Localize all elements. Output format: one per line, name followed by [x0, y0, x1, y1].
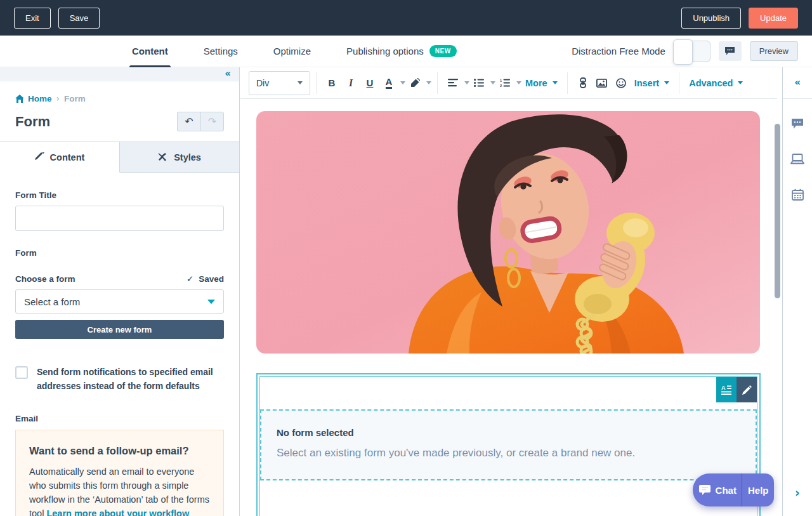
- bullet-list-icon: [474, 79, 484, 87]
- chat-button[interactable]: Chat: [693, 473, 742, 506]
- comments-button[interactable]: [719, 41, 742, 61]
- sidebar-title-row: Form ↶ ↷: [15, 112, 224, 142]
- laptop-icon: [790, 154, 804, 164]
- block-format-value: Div: [256, 78, 269, 88]
- bullet-list-caret[interactable]: [490, 81, 495, 84]
- link-button[interactable]: [575, 74, 591, 93]
- create-new-form-button[interactable]: Create new form: [15, 320, 224, 339]
- form-title-input[interactable]: [15, 206, 224, 231]
- redo-button[interactable]: ↷: [200, 112, 224, 131]
- form-select-dropdown[interactable]: Select a form: [15, 289, 224, 314]
- breadcrumb-home-label: Home: [28, 94, 52, 103]
- breadcrumb-separator: ›: [56, 93, 60, 103]
- rail-comments-button[interactable]: [791, 118, 804, 129]
- comment-icon: [724, 46, 735, 56]
- choose-form-label: Choose a form: [15, 274, 75, 284]
- block-format-select[interactable]: Div: [249, 71, 310, 95]
- exit-button[interactable]: Exit: [14, 8, 51, 29]
- toolbar-divider: [679, 72, 679, 94]
- saved-status-label: Saved: [199, 274, 224, 284]
- more-menu-button[interactable]: More: [525, 78, 558, 88]
- tab-optimize[interactable]: Optimize: [256, 36, 329, 67]
- hero-image[interactable]: [256, 111, 760, 354]
- image-button[interactable]: [594, 74, 610, 93]
- align-left-icon: [448, 79, 458, 87]
- page-editor-canvas: A No form selected Select an existing fo…: [240, 99, 782, 516]
- tab-publishing-options-label: Publishing options: [346, 46, 424, 56]
- rail-calendar-button[interactable]: [792, 189, 804, 201]
- empty-state-body: Select an existing form you've made prev…: [277, 447, 740, 460]
- rich-text-toolbar: Div B I U A 12 More Insert Advanced: [240, 67, 777, 99]
- sidebar-tabs: Content Styles: [0, 142, 239, 173]
- comment-icon: [791, 118, 804, 129]
- underline-button[interactable]: U: [362, 74, 377, 93]
- choose-form-row: Choose a form ✓ Saved: [15, 274, 224, 284]
- form-module-selected[interactable]: A No form selected Select an existing fo…: [256, 373, 761, 516]
- help-button[interactable]: Help: [742, 473, 774, 506]
- font-color-button[interactable]: A: [381, 74, 396, 93]
- email-section-label: Email: [15, 414, 224, 423]
- notifications-option-row: Send form notifications to specified ema…: [15, 366, 224, 393]
- numbered-list-button[interactable]: 12: [497, 74, 513, 93]
- module-settings-sidebar: « Home › Form Form ↶ ↷ Content Styles: [0, 67, 240, 516]
- align-button[interactable]: [445, 74, 461, 93]
- highlight-button[interactable]: [407, 74, 422, 93]
- breadcrumb-home-link[interactable]: Home: [15, 94, 52, 103]
- toggle-knob: [673, 39, 693, 65]
- rail-pages-button[interactable]: [790, 154, 804, 164]
- emoji-icon: [616, 78, 626, 88]
- save-button[interactable]: Save: [58, 8, 100, 29]
- undo-redo-group: ↶ ↷: [177, 112, 224, 131]
- tab-publishing-options[interactable]: Publishing options NEW: [329, 36, 475, 67]
- notifications-checkbox[interactable]: [15, 366, 28, 379]
- redo-icon: ↷: [208, 116, 216, 128]
- update-button[interactable]: Update: [749, 8, 798, 29]
- insert-menu-button[interactable]: Insert: [634, 78, 670, 88]
- advanced-menu-button[interactable]: Advanced: [689, 78, 743, 88]
- undo-icon: ↶: [185, 116, 193, 128]
- sidebar-tab-content[interactable]: Content: [0, 142, 120, 173]
- sidebar-top-strip: «: [0, 67, 239, 81]
- font-color-caret[interactable]: [400, 81, 405, 84]
- svg-text:2: 2: [500, 84, 502, 87]
- bullet-list-button[interactable]: [471, 74, 487, 93]
- home-icon: [15, 95, 24, 103]
- unpublish-button[interactable]: Unpublish: [681, 8, 741, 29]
- highlighter-icon: [410, 78, 420, 88]
- tab-settings[interactable]: Settings: [186, 36, 256, 67]
- bold-button[interactable]: B: [324, 74, 339, 93]
- tab-content[interactable]: Content: [114, 36, 186, 67]
- module-edit-button[interactable]: [737, 377, 757, 402]
- woman-on-phone-photo: [256, 111, 760, 354]
- notifications-checkbox-label[interactable]: Send form notifications to specified ema…: [37, 366, 224, 393]
- breadcrumb-current: Form: [64, 94, 86, 103]
- saved-status: ✓ Saved: [187, 274, 224, 284]
- rail-expand-icon[interactable]: ›: [783, 486, 812, 499]
- rail-collapse-icon[interactable]: «: [794, 78, 801, 88]
- advanced-label: Advanced: [689, 78, 733, 88]
- rail-header: «: [783, 67, 812, 99]
- emoji-button[interactable]: [613, 74, 629, 93]
- breadcrumb: Home › Form: [15, 93, 224, 103]
- sidebar-tab-styles-label: Styles: [174, 152, 201, 162]
- preview-button[interactable]: Preview: [750, 41, 798, 61]
- sidebar-tab-styles[interactable]: Styles: [120, 142, 239, 173]
- italic-button[interactable]: I: [343, 74, 358, 93]
- sidebar-fields: Form Title Form Choose a form ✓ Saved Se…: [0, 173, 239, 516]
- align-caret[interactable]: [464, 81, 469, 84]
- chevron-down-icon: [553, 81, 558, 84]
- module-edit-content-button[interactable]: A: [716, 377, 737, 402]
- help-button-label: Help: [748, 485, 769, 496]
- chat-button-label: Chat: [716, 485, 737, 496]
- workflow-options-link[interactable]: Learn more about your workflow options: [29, 508, 189, 516]
- tab-settings-label: Settings: [204, 46, 238, 56]
- highlight-caret[interactable]: [426, 81, 431, 84]
- chevron-down-icon: [298, 81, 303, 84]
- sidebar-collapse-icon[interactable]: «: [225, 69, 231, 79]
- undo-button[interactable]: ↶: [177, 112, 200, 131]
- empty-state-title: No form selected: [277, 427, 740, 438]
- numbered-list-caret[interactable]: [516, 81, 521, 84]
- canvas-scrollbar[interactable]: [775, 124, 780, 298]
- distraction-free-toggle[interactable]: [674, 41, 710, 62]
- rail-icon-stack: [783, 99, 812, 201]
